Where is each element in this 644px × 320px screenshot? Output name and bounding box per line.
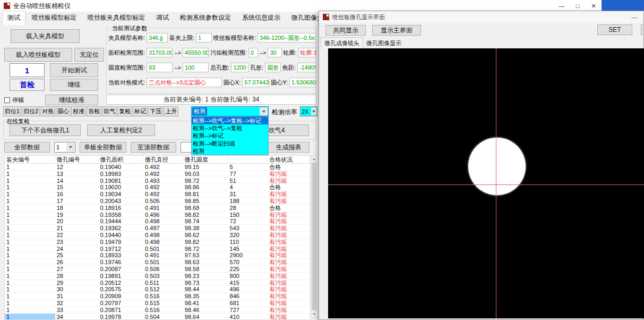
action-button-6[interactable]: 首检: [87, 106, 101, 116]
action-button-7[interactable]: 吹气: [102, 106, 117, 116]
focus-mode-field[interactable]: 三点对焦-->3点定圆心: [147, 78, 222, 87]
maximize-button[interactable]: □: [570, 0, 586, 12]
tab-5[interactable]: 检测系统参数设定: [175, 11, 236, 25]
stain-min-field[interactable]: 0: [248, 48, 258, 57]
table-row[interactable]: 1330.208710.51698.46727有污垢: [5, 307, 310, 314]
continue-calibration-button[interactable]: 继续校准: [45, 95, 98, 105]
plate-model-field[interactable]: 346-1200--圆形--0.5x1--.psb: [257, 33, 316, 43]
center-x-field[interactable]: 57.074436296: [242, 78, 269, 87]
pause-checkbox[interactable]: [4, 97, 10, 103]
mode-option-4[interactable]: 检测-->断层扫描: [192, 140, 268, 147]
clamp-limit-field[interactable]: 1: [196, 33, 212, 43]
chevron-down-icon[interactable]: [311, 107, 316, 115]
center-y-field[interactable]: 1.5306807813: [289, 78, 316, 87]
load-plate-model-button[interactable]: 载入喷丝板模型: [4, 48, 72, 62]
magnification-combo[interactable]: 2X: [300, 106, 317, 116]
fixture-model-field[interactable]: 346.jj: [147, 33, 168, 43]
close-button[interactable]: ✕: [586, 0, 602, 12]
table-row[interactable]: 1310.209090.51698.35846有污垢: [5, 293, 310, 300]
table-row[interactable]: 1290.205120.51198.73415有污垢: [5, 280, 310, 287]
display-tab-1[interactable]: 微孔成像镜头: [321, 37, 363, 49]
mode-option-5[interactable]: 检测: [192, 148, 268, 155]
display-tab-2[interactable]: 微孔图像显示: [363, 38, 405, 49]
board-select-combo[interactable]: 1: [54, 142, 75, 153]
column-header-4[interactable]: 微孔直径: [143, 156, 183, 163]
table-row[interactable]: 1150.190200.49298.864合格: [5, 184, 310, 191]
show-main-ui-button[interactable]: 显示主界面: [372, 25, 421, 36]
tab-3[interactable]: 喷丝板夹具模型标定: [83, 11, 150, 25]
table-row[interactable]: 1210.193620.49798.38543有污垢: [5, 225, 310, 232]
column-header-6[interactable]: [228, 156, 268, 163]
table-row[interactable]: 1240.197120.50198.72145有污垢: [5, 246, 310, 252]
table-row[interactable]: 1340.199780.50498.64410有污垢: [5, 314, 310, 320]
action-button-8[interactable]: 复检: [117, 106, 132, 116]
table-row[interactable]: 1230.194790.49898.82110有污垢: [5, 239, 310, 246]
table-row[interactable]: 1300.205750.51298.44496有污垢: [5, 286, 310, 293]
total-holes-field[interactable]: 1200: [231, 63, 248, 72]
manual-recheck-button[interactable]: 人工复检判定2: [87, 124, 155, 136]
tab-4[interactable]: 调试: [151, 11, 174, 25]
table-row[interactable]: 1320.207970.51598.41681有污垢: [5, 300, 310, 307]
tab-6[interactable]: 系统信息提示: [237, 11, 285, 25]
action-button-3[interactable]: 对焦: [40, 106, 55, 116]
area-min-field[interactable]: 31703.000: [147, 48, 173, 57]
scroll-down-icon[interactable]: ▼: [311, 311, 317, 317]
action-button-4[interactable]: 圆心: [56, 106, 71, 116]
table-row[interactable]: 1220.194400.49898.62320有污垢: [5, 232, 310, 239]
minimize-button[interactable]: —: [554, 0, 570, 12]
action-button-11[interactable]: 上升: [164, 106, 178, 116]
shared-display-button[interactable]: 共同显示: [325, 25, 366, 36]
clamp-counter-field[interactable]: 1: [10, 63, 45, 77]
action-button-5[interactable]: 校准: [71, 106, 86, 116]
scrollbar-thumb[interactable]: [312, 163, 316, 310]
action-button-9[interactable]: 标记: [133, 106, 148, 116]
mode-option-2[interactable]: 检测-->吹气-->复检: [192, 124, 268, 132]
load-fixture-model-button[interactable]: 载入夹具模型: [11, 29, 80, 43]
action-button-10[interactable]: 下压: [148, 106, 163, 116]
column-header-5[interactable]: 微孔圆度: [183, 156, 228, 163]
contour-field[interactable]: 轮廓:1: [298, 48, 316, 57]
action-button-2[interactable]: 归位2: [22, 106, 40, 116]
table-row[interactable]: 1120.190400.49299.155合格: [5, 164, 310, 171]
column-header-1[interactable]: 装夹编号: [5, 156, 55, 163]
table-row[interactable]: 1250.189330.49197.632900有污垢: [5, 252, 310, 259]
tab-2[interactable]: 喷丝板模型标定: [27, 11, 81, 25]
clipped-button[interactable]: [641, 24, 644, 35]
chevron-down-icon[interactable]: [66, 143, 74, 151]
chevron-down-icon[interactable]: [260, 107, 268, 115]
mode-option-1[interactable]: 检测-->吹气-->复检-->标记: [192, 117, 268, 124]
board-all-data-button[interactable]: 单板全部数据: [80, 142, 126, 153]
next-unqualified-button[interactable]: 下个不合格微孔1: [10, 124, 81, 136]
table-row[interactable]: 1130.189830.49299.0377有污垢: [5, 171, 310, 178]
area-max-field[interactable]: 45550.000: [183, 48, 209, 57]
table-row[interactable]: 1270.200870.50698.58225有污垢: [5, 266, 310, 273]
action-button-1[interactable]: 归位1: [3, 106, 21, 116]
mode-option-3[interactable]: 检测-->标记: [192, 132, 268, 140]
column-header-3[interactable]: 微孔面积: [98, 156, 143, 163]
column-header-7[interactable]: 合格状况: [268, 156, 310, 163]
table-row[interactable]: 1260.197460.50198.63570有污垢: [5, 259, 310, 266]
tab-1[interactable]: 测试: [2, 11, 25, 25]
roundness-max-field[interactable]: 100: [183, 63, 209, 72]
table-row[interactable]: 1200.194440.49898.7472有污垢: [5, 218, 310, 225]
stain-max-field[interactable]: 30: [268, 48, 281, 57]
hole-shape-field[interactable]: 圆形: [265, 63, 281, 72]
no-positioning-button[interactable]: 无定位: [74, 48, 104, 62]
minimize-button[interactable]: —: [628, 11, 641, 23]
continue-button[interactable]: 继续: [50, 79, 98, 91]
scroll-up-icon[interactable]: ▲: [311, 156, 317, 162]
to-top-data-button[interactable]: 至顶部数据: [131, 142, 176, 153]
table-row[interactable]: 1140.190810.49398.7251有污垢: [5, 178, 310, 184]
table-row[interactable]: 1190.193580.49698.82150有污垢: [5, 212, 310, 218]
table-vertical-scrollbar[interactable]: ▲ ▼: [311, 155, 317, 318]
start-test-button[interactable]: 开始测试: [50, 63, 98, 77]
table-row[interactable]: 1160.190340.49298.8131有污垢: [5, 191, 310, 198]
mode-combo[interactable]: 检测: [191, 106, 269, 116]
table-row[interactable]: 1180.189160.49198.6828合格: [5, 205, 310, 212]
roundness-min-field[interactable]: 93: [147, 63, 173, 72]
table-row[interactable]: 1170.200430.50598.85188有污垢: [5, 198, 310, 205]
table-row[interactable]: 1280.198910.50398.23800有污垢: [5, 273, 310, 280]
column-header-2[interactable]: 微孔编号: [55, 156, 99, 163]
all-data-button[interactable]: 全部数据: [4, 142, 50, 153]
set-button[interactable]: SET: [597, 24, 632, 35]
